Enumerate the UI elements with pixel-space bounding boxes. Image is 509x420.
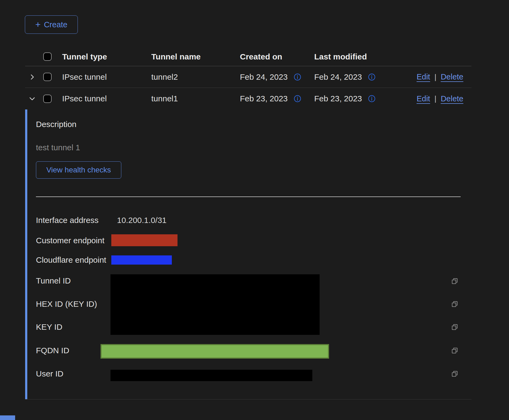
detail-divider <box>36 196 461 197</box>
interface-address-value: 10.200.1.0/31 <box>117 216 167 225</box>
tunnels-table: Tunnel type Tunnel name Created on Last … <box>25 47 471 399</box>
edit-link[interactable]: Edit <box>417 72 430 81</box>
fqdn-id-label: FQDN ID <box>36 346 69 355</box>
user-id-label: User ID <box>36 369 63 378</box>
copy-icon[interactable] <box>451 300 459 308</box>
copy-icon[interactable] <box>451 323 459 331</box>
row-checkbox[interactable] <box>43 95 52 103</box>
user-id-redaction <box>110 370 312 381</box>
info-icon[interactable] <box>368 73 376 81</box>
info-icon[interactable] <box>368 95 376 102</box>
column-header-tunnel-name: Tunnel name <box>151 52 240 61</box>
hex-id-label: HEX ID (KEY ID) <box>36 299 97 309</box>
view-health-checks-button[interactable]: View health checks <box>36 161 121 179</box>
last-modified-date: Feb 24, 2023 <box>314 72 362 82</box>
tunnel-name-cell: tunnel2 <box>151 72 240 82</box>
copy-icon[interactable] <box>451 346 459 355</box>
copy-icon[interactable] <box>451 370 459 378</box>
info-icon[interactable] <box>294 73 301 81</box>
fqdn-id-redaction <box>101 344 329 359</box>
delete-link[interactable]: Delete <box>441 94 463 103</box>
select-all-checkbox[interactable] <box>43 52 52 61</box>
created-on-cell: Feb 23, 2023 <box>240 94 314 103</box>
actions-separator: | <box>434 73 436 81</box>
info-icon[interactable] <box>294 95 301 102</box>
created-on-date: Feb 24, 2023 <box>240 72 288 82</box>
description-label: Description <box>36 120 76 129</box>
key-id-label: KEY ID <box>36 322 62 332</box>
tunnel-detail-panel: Description test tunnel 1 View health ch… <box>25 109 471 399</box>
tunnel-type-cell: IPsec tunnel <box>55 94 151 103</box>
last-modified-cell: Feb 23, 2023 <box>314 94 400 103</box>
row-actions: Edit | Delete <box>400 72 471 81</box>
create-button[interactable]: + Create <box>25 15 78 34</box>
table-header-row: Tunnel type Tunnel name Created on Last … <box>25 47 471 66</box>
table-row-tunnel1: IPsec tunnel tunnel1 Feb 23, 2023 Feb 23… <box>25 88 471 109</box>
tunnel-id-label: Tunnel ID <box>36 276 71 285</box>
row-checkbox[interactable] <box>43 73 52 81</box>
chevron-down-icon[interactable] <box>28 95 36 102</box>
cloudflare-endpoint-label: Cloudflare endpoint <box>36 255 106 265</box>
description-value: test tunnel 1 <box>36 143 80 152</box>
expanded-row-indicator-bar <box>25 109 27 399</box>
delete-link[interactable]: Delete <box>441 72 463 81</box>
customer-endpoint-redaction <box>111 234 178 246</box>
created-on-date: Feb 23, 2023 <box>240 94 288 103</box>
bottom-left-blue-fragment <box>0 415 15 420</box>
interface-address-label: Interface address <box>36 216 99 225</box>
copy-icon[interactable] <box>451 277 459 285</box>
chevron-right-icon[interactable] <box>28 73 36 81</box>
table-row-tunnel2: IPsec tunnel tunnel2 Feb 24, 2023 Feb 24… <box>25 66 471 88</box>
column-header-last-modified: Last modified <box>314 52 400 61</box>
created-on-cell: Feb 24, 2023 <box>240 72 314 82</box>
edit-link[interactable]: Edit <box>417 94 430 103</box>
customer-endpoint-label: Customer endpoint <box>36 236 104 245</box>
ids-redaction-block <box>110 274 320 335</box>
tunnel-type-cell: IPsec tunnel <box>55 72 151 82</box>
column-header-created-on: Created on <box>240 52 314 61</box>
last-modified-date: Feb 23, 2023 <box>314 94 362 103</box>
row-actions: Edit | Delete <box>400 94 471 103</box>
cloudflare-endpoint-redaction <box>111 255 172 265</box>
tunnel-name-cell: tunnel1 <box>151 94 240 103</box>
actions-separator: | <box>434 94 436 103</box>
plus-icon: + <box>35 20 41 29</box>
create-button-label: Create <box>44 20 67 29</box>
column-header-tunnel-type: Tunnel type <box>55 52 151 61</box>
last-modified-cell: Feb 24, 2023 <box>314 72 400 82</box>
